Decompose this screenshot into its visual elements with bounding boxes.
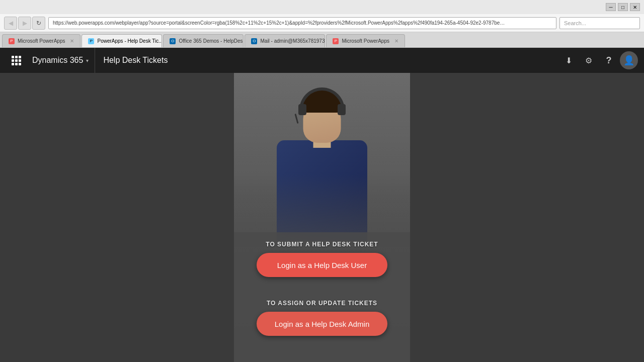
- back-button[interactable]: ◀: [4, 17, 17, 30]
- help-icon: ?: [606, 55, 612, 66]
- close-button[interactable]: ✕: [630, 3, 640, 11]
- center-panel: TO SUBMIT A HELP DESK TICKET Login as a …: [234, 73, 410, 362]
- tab-powerapps-1[interactable]: P Microsoft PowerApps ✕: [2, 34, 80, 47]
- nav-buttons[interactable]: ◀ ▶ ↻: [4, 17, 45, 30]
- tab-label-1: Microsoft PowerApps: [18, 38, 65, 44]
- tab-helpdesk[interactable]: P PowerApps - Help Desk Tic... ✕: [82, 34, 162, 47]
- main-content: TO SUBMIT A HELP DESK TICKET Login as a …: [0, 73, 644, 362]
- browser-titlebar: ─ □ ✕: [0, 0, 644, 14]
- submit-section-label: TO SUBMIT A HELP DESK TICKET: [266, 241, 378, 248]
- tab-label-5: Microsoft PowerApps: [342, 38, 389, 44]
- page-title: Help Desk Tickets: [95, 56, 176, 65]
- browser-tabs: P Microsoft PowerApps ✕ P PowerApps - He…: [0, 32, 644, 47]
- help-button[interactable]: ?: [600, 51, 618, 69]
- header-actions: ⬇ ⚙ ? 👤: [559, 51, 638, 69]
- window-controls[interactable]: ─ □ ✕: [606, 3, 640, 11]
- tab-favicon-3: O: [170, 38, 176, 44]
- headset-left: [298, 104, 306, 115]
- app-name-chevron-icon: ▾: [86, 58, 89, 63]
- right-panel: [410, 73, 644, 362]
- waffle-button[interactable]: [6, 50, 26, 70]
- search-placeholder: Search...: [564, 20, 586, 26]
- assign-section: TO ASSIGN OR UPDATE TICKETS Login as a H…: [244, 300, 400, 351]
- settings-button[interactable]: ⚙: [580, 51, 598, 69]
- address-text: https://web.powerapps.com/webplayer/app?…: [53, 20, 506, 26]
- minimize-button[interactable]: ─: [606, 3, 616, 11]
- address-bar[interactable]: https://web.powerapps.com/webplayer/app?…: [48, 17, 556, 29]
- tab-favicon-2: P: [88, 38, 94, 44]
- headset-right: [338, 104, 346, 115]
- tab-close-5[interactable]: ✕: [394, 38, 398, 44]
- tab-label-4: Mail - admin@M365x781973...: [260, 38, 325, 44]
- app-name: Dynamics 365: [32, 56, 83, 65]
- login-user-button[interactable]: Login as a Help Desk User: [257, 253, 387, 277]
- assign-section-label: TO ASSIGN OR UPDATE TICKETS: [267, 300, 377, 307]
- app-header: Dynamics 365 ▾ Help Desk Tickets ⬇ ⚙ ? 👤: [0, 48, 644, 73]
- tab-favicon-1: P: [9, 38, 15, 44]
- download-button[interactable]: ⬇: [559, 51, 578, 69]
- forward-button[interactable]: ▶: [18, 17, 31, 30]
- tab-close-1[interactable]: ✕: [70, 38, 74, 44]
- waffle-icon: [12, 56, 21, 65]
- settings-icon: ⚙: [585, 56, 592, 65]
- search-box[interactable]: Search...: [559, 17, 640, 29]
- tab-favicon-5: P: [333, 38, 339, 44]
- tab-label-3: Office 365 Demos - HelpDesk ...: [179, 38, 244, 44]
- refresh-button[interactable]: ↻: [32, 17, 45, 30]
- tab-label-2: PowerApps - Help Desk Tic...: [97, 38, 162, 44]
- tab-office365[interactable]: O Office 365 Demos - HelpDesk ... ✕: [163, 34, 244, 47]
- download-icon: ⬇: [566, 56, 572, 65]
- tab-powerapps-2[interactable]: P Microsoft PowerApps ✕: [326, 34, 405, 47]
- maximize-button[interactable]: □: [618, 3, 628, 11]
- submit-section: TO SUBMIT A HELP DESK TICKET Login as a …: [244, 241, 400, 292]
- left-panel: [0, 73, 234, 362]
- login-admin-button[interactable]: Login as a Help Desk Admin: [257, 312, 387, 336]
- browser-toolbar: ◀ ▶ ↻ https://web.powerapps.com/webplaye…: [0, 14, 644, 32]
- app-name-section[interactable]: Dynamics 365 ▾: [26, 48, 95, 73]
- tab-favicon-4: O: [251, 38, 257, 44]
- user-icon: 👤: [623, 55, 634, 66]
- tab-mail[interactable]: O Mail - admin@M365x781973... ✕: [245, 34, 325, 47]
- actions-area: TO SUBMIT A HELP DESK TICKET Login as a …: [234, 232, 410, 362]
- headset-mic: [294, 114, 298, 124]
- user-button[interactable]: 👤: [620, 51, 638, 69]
